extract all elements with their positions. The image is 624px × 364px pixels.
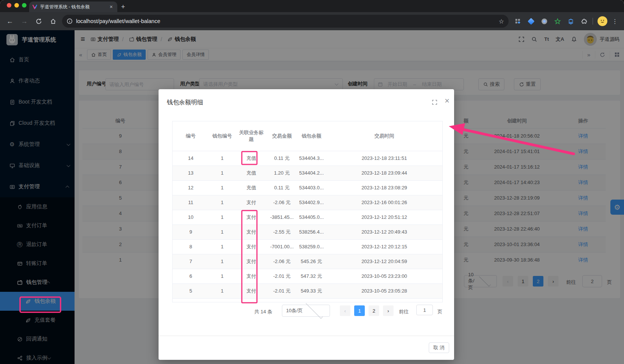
- cell-balance: 534404.3...: [297, 151, 326, 166]
- cell-biz-title: 支付: [235, 239, 267, 254]
- browser-tabstrip: 芋道管理系统 - 钱包余额 × +: [0, 0, 624, 12]
- cell-wallet-id: 1: [209, 210, 235, 225]
- cell-biz-title: 支付: [235, 269, 267, 283]
- extension-grid-icon[interactable]: [514, 17, 522, 25]
- back-button[interactable]: ←: [5, 17, 14, 26]
- cell-amount: 0.11 元: [267, 151, 297, 166]
- col-amount: 交易金额: [267, 121, 297, 151]
- browser-chrome: 芋道管理系统 - 钱包余额 × + ← → localhost/pay/wall…: [0, 0, 624, 30]
- traffic-light-close[interactable]: [7, 3, 11, 8]
- close-icon[interactable]: ×: [445, 96, 450, 106]
- cell-biz-title: 充值: [235, 166, 267, 180]
- cell-time: 2023-12-16 00:01:26: [326, 195, 442, 210]
- extension-star-icon[interactable]: [553, 17, 562, 25]
- browser-profile-avatar[interactable]: [598, 16, 607, 26]
- extension-circle-icon[interactable]: [540, 17, 548, 25]
- cell-id: 14: [173, 151, 209, 166]
- cell-wallet-id: 1: [209, 239, 235, 254]
- modal-next-page-button[interactable]: ›: [383, 305, 394, 316]
- cell-biz-title: 充值: [235, 151, 267, 166]
- cell-amount: -2.06 元: [267, 254, 297, 269]
- forward-button[interactable]: →: [20, 17, 29, 26]
- cell-biz-title: 充值: [235, 180, 267, 195]
- browser-menu-icon[interactable]: ⋮: [612, 18, 618, 25]
- cell-wallet-id: 1: [209, 166, 235, 180]
- col-balance: 钱包余额: [297, 121, 326, 151]
- table-row: 7 1 支付 -2.06 元 545.26 元 2023-12-12 20:04…: [173, 254, 442, 269]
- cell-balance: 534403.0...: [297, 180, 326, 195]
- cell-amount: -3851.45...: [267, 210, 297, 225]
- traffic-light-minimize[interactable]: [14, 3, 19, 8]
- cell-time: 2023-12-12 20:04:59: [326, 254, 442, 269]
- table-row: 13 1 充值 1.20 元 534404.2... 2023-12-18 23…: [173, 166, 442, 180]
- cell-biz-title: 支付: [235, 210, 267, 225]
- cell-time: 2023-12-18 23:09:44: [326, 166, 442, 180]
- modal-footer-divider: [159, 336, 454, 336]
- cell-id: 6: [173, 269, 209, 283]
- cell-time: 2023-10-05 23:05:28: [326, 283, 442, 298]
- cell-amount: -2.01 元: [267, 283, 297, 298]
- col-time: 交易时间: [326, 121, 442, 151]
- cell-wallet-id: 1: [209, 225, 235, 239]
- modal-table-header-row: 编号 钱包编号 关联业务标题 交易金额 钱包余额 交易时间: [173, 121, 442, 151]
- cancel-button[interactable]: 取 消: [429, 342, 449, 353]
- cell-amount: -2.55 元: [267, 225, 297, 239]
- cell-wallet-id: 1: [209, 151, 235, 166]
- modal-goto-label: 前往: [399, 308, 409, 315]
- modal-goto-input[interactable]: [416, 305, 433, 315]
- table-row: 10 1 支付 -3851.45... 534405.0... 2023-12-…: [173, 210, 442, 225]
- cell-amount: 1.20 元: [267, 166, 297, 180]
- site-info-icon[interactable]: [67, 18, 73, 24]
- modal-page-2-button[interactable]: 2: [369, 305, 379, 316]
- cell-balance: 534405.0...: [297, 210, 326, 225]
- cell-time: 2023-12-18 23:11:51: [326, 151, 442, 166]
- browser-tab[interactable]: 芋道管理系统 - 钱包余额 ×: [29, 2, 117, 12]
- table-row: 9 1 支付 -2.55 元 538256.4... 2023-12-12 20…: [173, 225, 442, 239]
- modal-prev-page-button[interactable]: ‹: [340, 305, 350, 316]
- cell-id: 10: [173, 210, 209, 225]
- cell-wallet-id: 1: [209, 283, 235, 298]
- cell-amount: -2.06 元: [267, 195, 297, 210]
- reload-button[interactable]: [34, 17, 43, 26]
- url-text[interactable]: localhost/pay/wallet/wallet-balance: [76, 18, 499, 24]
- cell-wallet-id: 1: [209, 269, 235, 283]
- toolbar-divider: [593, 18, 593, 25]
- bookmark-star-icon[interactable]: ☆: [499, 18, 504, 25]
- extension-gem-icon[interactable]: [527, 17, 535, 25]
- cell-balance: 545.26 元: [297, 254, 326, 269]
- cell-id: 7: [173, 254, 209, 269]
- modal-fullscreen-icon[interactable]: [432, 99, 437, 105]
- cell-id: 13: [173, 166, 209, 180]
- new-tab-button[interactable]: +: [121, 2, 125, 12]
- tab-close-icon[interactable]: ×: [108, 4, 114, 10]
- modal-page-size-select[interactable]: 10条/页: [282, 305, 330, 317]
- traffic-light-zoom[interactable]: [22, 3, 26, 8]
- cell-id: 11: [173, 195, 209, 210]
- modal-table-container: 编号 钱包编号 关联业务标题 交易金额 钱包余额 交易时间 14 1 充: [172, 121, 443, 302]
- extension-layers-icon[interactable]: [566, 17, 575, 25]
- cell-time: 2023-12-12 20:12:15: [326, 239, 442, 254]
- cell-time: 2023-12-12 20:51:12: [326, 210, 442, 225]
- favicon-icon: [32, 4, 37, 9]
- cell-balance: 538256.4...: [297, 225, 326, 239]
- cell-biz-title: 支付: [235, 195, 267, 210]
- cell-biz-title: 支付: [235, 254, 267, 269]
- cell-biz-title: 支付: [235, 225, 267, 239]
- cell-amount: 0.11 元: [267, 180, 297, 195]
- cell-balance: 534402.9...: [297, 195, 326, 210]
- cell-biz-title: 支付: [235, 283, 267, 298]
- browser-toolbar: ← → localhost/pay/wallet/wallet-balance …: [0, 12, 624, 30]
- cell-balance: 549.33 元: [297, 283, 326, 298]
- cell-time: 2023-10-05 23:23:00: [326, 269, 442, 283]
- screen: 芋道管理系统 - 钱包余额 × + ← → localhost/pay/wall…: [0, 0, 624, 364]
- col-id: 编号: [173, 121, 209, 151]
- cell-wallet-id: 1: [209, 254, 235, 269]
- modal-table-body: 14 1 充值 0.11 元 534404.3... 2023-12-18 23…: [173, 151, 442, 298]
- cell-wallet-id: 1: [209, 180, 235, 195]
- home-button[interactable]: [48, 17, 58, 26]
- cell-id: 12: [173, 180, 209, 195]
- cell-balance: 538259.0...: [297, 239, 326, 254]
- url-bar[interactable]: localhost/pay/wallet/wallet-balance ☆: [62, 15, 509, 28]
- extensions-puzzle-icon[interactable]: [580, 17, 588, 25]
- modal-page-1-button[interactable]: 1: [354, 305, 365, 316]
